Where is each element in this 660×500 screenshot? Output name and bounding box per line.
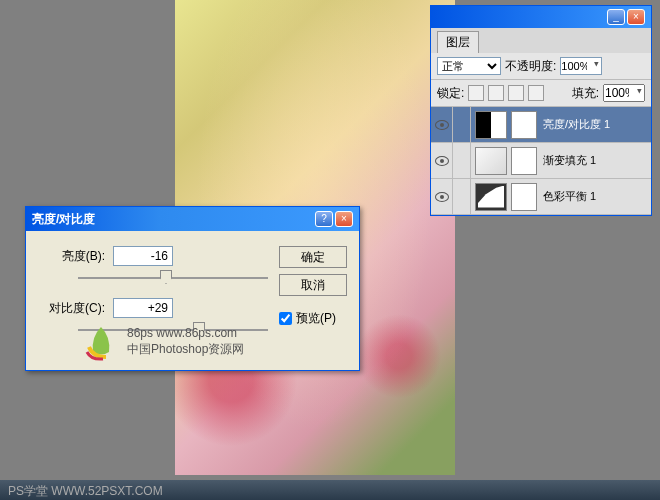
lock-transparent-icon[interactable] bbox=[468, 85, 484, 101]
dialog-titlebar[interactable]: 亮度/对比度 ? × bbox=[26, 207, 359, 231]
link-col[interactable] bbox=[453, 179, 471, 215]
layer-row[interactable]: 色彩平衡 1 bbox=[431, 179, 651, 215]
close-panel-button[interactable]: × bbox=[627, 9, 645, 25]
blend-mode-select[interactable]: 正常 bbox=[437, 57, 501, 75]
layer-thumb[interactable] bbox=[475, 111, 507, 139]
eye-icon[interactable] bbox=[435, 156, 449, 166]
brightness-contrast-dialog: 亮度/对比度 ? × 亮度(B): 对比度(C): 确定 取消 预览(P) bbox=[25, 206, 360, 371]
tab-layers[interactable]: 图层 bbox=[437, 31, 479, 53]
fill-input[interactable] bbox=[603, 84, 645, 102]
layers-panel: _ × 图层 正常 不透明度: 锁定: 填充: 亮度/对比度 1 bbox=[430, 5, 652, 216]
brightness-slider[interactable] bbox=[78, 270, 268, 286]
preview-checkbox[interactable] bbox=[279, 312, 292, 325]
preview-label: 预览(P) bbox=[296, 310, 336, 327]
lock-position-icon[interactable] bbox=[508, 85, 524, 101]
layer-row[interactable]: 渐变填充 1 bbox=[431, 143, 651, 179]
layer-list: 亮度/对比度 1 渐变填充 1 色彩平衡 1 bbox=[431, 107, 651, 215]
brightness-label: 亮度(B): bbox=[38, 248, 113, 265]
contrast-label: 对比度(C): bbox=[38, 300, 113, 317]
layer-row[interactable]: 亮度/对比度 1 bbox=[431, 107, 651, 143]
ok-button[interactable]: 确定 bbox=[279, 246, 347, 268]
watermark: 86ps www.86ps.com 中国Photoshop资源网 bbox=[81, 322, 244, 362]
lock-label: 锁定: bbox=[437, 85, 464, 102]
help-button[interactable]: ? bbox=[315, 211, 333, 227]
brightness-thumb[interactable] bbox=[160, 270, 172, 284]
layer-name: 色彩平衡 1 bbox=[537, 189, 651, 204]
layer-mask[interactable] bbox=[511, 147, 537, 175]
contrast-input[interactable] bbox=[113, 298, 173, 318]
panel-tabs: 图层 bbox=[431, 28, 651, 53]
layers-panel-title bbox=[437, 10, 440, 24]
link-col[interactable] bbox=[453, 107, 471, 143]
layer-thumb[interactable] bbox=[475, 183, 507, 211]
close-button[interactable]: × bbox=[335, 211, 353, 227]
dialog-title: 亮度/对比度 bbox=[32, 211, 95, 228]
layer-mask[interactable] bbox=[511, 111, 537, 139]
layers-panel-titlebar[interactable]: _ × bbox=[431, 6, 651, 28]
layer-thumb[interactable] bbox=[475, 147, 507, 175]
opacity-label: 不透明度: bbox=[505, 58, 556, 75]
link-col[interactable] bbox=[453, 143, 471, 179]
layer-name: 渐变填充 1 bbox=[537, 153, 651, 168]
opacity-input[interactable] bbox=[560, 57, 602, 75]
fill-label: 填充: bbox=[572, 85, 599, 102]
watermark-url: 86ps www.86ps.com bbox=[127, 326, 244, 342]
eye-icon[interactable] bbox=[435, 192, 449, 202]
eye-icon[interactable] bbox=[435, 120, 449, 130]
status-bar: PS学堂 WWW.52PSXT.COM bbox=[0, 480, 660, 500]
minimize-button[interactable]: _ bbox=[607, 9, 625, 25]
layer-mask[interactable] bbox=[511, 183, 537, 211]
watermark-subtitle: 中国Photoshop资源网 bbox=[127, 342, 244, 358]
lock-all-icon[interactable] bbox=[528, 85, 544, 101]
cancel-button[interactable]: 取消 bbox=[279, 274, 347, 296]
lock-pixels-icon[interactable] bbox=[488, 85, 504, 101]
watermark-logo-icon bbox=[81, 322, 121, 362]
layer-name: 亮度/对比度 1 bbox=[537, 117, 651, 132]
brightness-input[interactable] bbox=[113, 246, 173, 266]
